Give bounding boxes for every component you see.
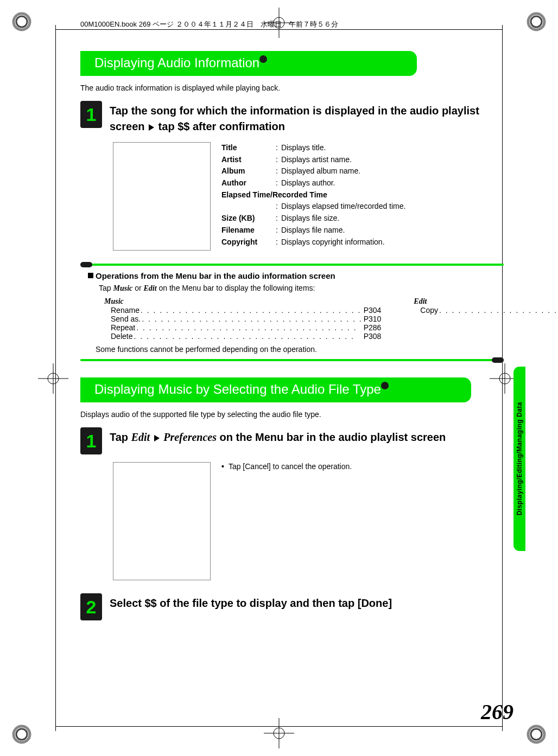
def-title-value: Displays title. <box>281 142 326 154</box>
def-elapsed-label: Elapsed Time/Recorded Time <box>221 189 327 201</box>
trim-line-left <box>55 25 56 731</box>
page-number: 269 <box>481 699 513 725</box>
side-tab: Displaying/Editing/Managing Data <box>513 367 525 551</box>
def-album-label: Album <box>221 165 276 177</box>
page-content: 00M1000EN.book 269 ページ ２００４年１１月２４日 水曜日 午… <box>80 20 504 718</box>
triangle-icon <box>149 124 154 131</box>
trim-line-bottom <box>55 726 503 727</box>
crop-mark-tr <box>527 12 546 31</box>
section-header-file-type: Displaying Music by Selecting the Audio … <box>80 377 471 402</box>
menu-item: RepeatP286 <box>111 323 381 332</box>
step-number-2: 2 <box>80 593 102 620</box>
sub-bar-bottom <box>80 359 504 361</box>
audio-info-block: Title:Displays title. Artist:Displays ar… <box>113 142 504 251</box>
square-icon <box>88 273 93 278</box>
section1-step1: 1 Tap the song for which the information… <box>80 101 504 134</box>
def-artist-value: Displays artist name. <box>281 154 352 166</box>
def-author-label: Author <box>221 177 276 189</box>
section2-step1-text: Tap Edit Preferences on the Menu bar in … <box>110 427 446 445</box>
svg-point-6 <box>531 729 542 740</box>
crop-cross-left <box>38 363 68 394</box>
def-author-value: Displays author. <box>281 177 335 189</box>
def-filename-value: Displays file name. <box>281 225 345 236</box>
def-album-value: Displayed album name. <box>281 165 360 177</box>
triangle-icon <box>154 435 160 441</box>
operations-subsection: Operations from the Menu bar in the audi… <box>80 264 504 361</box>
menu-columns: Music RenameP304 Send as.P310 RepeatP286… <box>104 297 504 341</box>
crop-mark-br <box>527 725 546 744</box>
def-size-label: Size (KB) <box>221 213 276 225</box>
side-tab-label: Displaying/Editing/Managing Data <box>516 402 523 515</box>
crop-mark-tl <box>12 12 31 31</box>
menu-head-edit: Edit <box>414 297 558 306</box>
menu-item: CopyP305 <box>420 306 558 315</box>
section2-step1: 1 Tap Edit Preferences on the Menu bar i… <box>80 427 504 454</box>
section1-intro: The audio track information is displayed… <box>80 84 504 92</box>
crop-mark-bl <box>12 725 31 744</box>
def-artist-label: Artist <box>221 154 276 166</box>
definition-list: Title:Displays title. Artist:Displays ar… <box>221 142 405 251</box>
menu-col-music: Music RenameP304 Send as.P310 RepeatP286… <box>104 297 381 341</box>
cancel-note: •Tap [Cancel] to cancel the operation. <box>221 462 352 471</box>
section2-intro: Displays audio of the supported file typ… <box>80 410 504 419</box>
menu-item: RenameP304 <box>111 306 381 315</box>
preferences-block: •Tap [Cancel] to cancel the operation. <box>113 462 504 580</box>
def-filename-label: Filename <box>221 225 276 236</box>
def-title-label: Title <box>221 142 276 154</box>
menu-item: Send as.P310 <box>111 315 381 323</box>
menu-item: DeleteP308 <box>111 332 381 341</box>
svg-point-0 <box>16 16 27 27</box>
section-header-audio-info: Displaying Audio Information <box>80 51 417 76</box>
def-copyright-value: Displays copyright information. <box>281 236 385 248</box>
menu-head-music: Music <box>104 297 381 306</box>
svg-point-2 <box>531 16 542 27</box>
svg-point-4 <box>16 729 27 740</box>
print-meta-line: 00M1000EN.book 269 ページ ２００４年１１月２４日 水曜日 午… <box>80 20 504 29</box>
sub-intro: Tap Music or Edit on the Menu bar to dis… <box>99 284 504 293</box>
step-number-1: 1 <box>80 101 102 128</box>
section2-step2: 2 Select $$ of the file type to display … <box>80 593 504 620</box>
menu-col-edit: Edit CopyP305 <box>414 297 558 341</box>
sub-bar-top <box>80 264 504 266</box>
screenshot-placeholder-2 <box>113 462 211 580</box>
def-copyright-label: Copyright <box>221 236 276 248</box>
screenshot-placeholder-1 <box>113 142 211 251</box>
step1-text-b: tap $$ after confirmation <box>155 120 285 132</box>
def-size-value: Displays file size. <box>281 213 339 225</box>
sub-title: Operations from the Menu bar in the audi… <box>88 271 504 280</box>
sub-note: Some functions cannot be performed depen… <box>96 345 504 354</box>
step1-text: Tap the song for which the information i… <box>110 101 504 134</box>
step-number-1b: 1 <box>80 427 102 454</box>
crop-cross-bottom <box>264 718 294 748</box>
def-elapsed-value: Displays elapsed time/recorded time. <box>281 201 406 213</box>
section2-step2-text: Select $$ of the file type to display an… <box>110 593 392 611</box>
